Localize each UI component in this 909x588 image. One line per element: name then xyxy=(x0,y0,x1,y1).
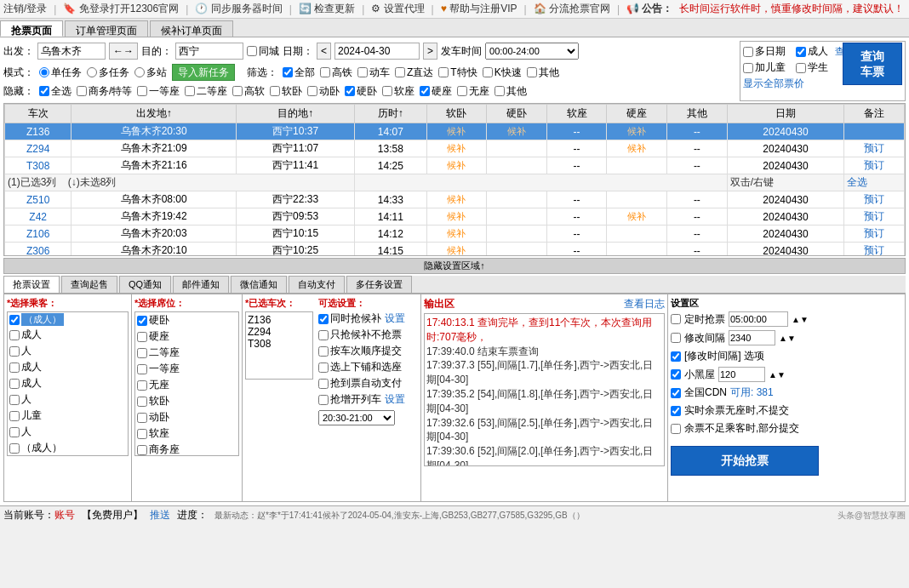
hide-2nd[interactable] xyxy=(185,86,195,96)
hide-1st[interactable] xyxy=(137,86,147,96)
list-item[interactable]: 无座 xyxy=(135,377,238,393)
hide-ruanwo[interactable] xyxy=(270,86,280,96)
list-item[interactable]: 软座 xyxy=(135,425,238,442)
interval-spinner[interactable]: ▲▼ xyxy=(779,334,796,343)
list-item[interactable]: 人 xyxy=(8,391,128,408)
filter-other[interactable] xyxy=(527,67,537,77)
passenger-check-0[interactable] xyxy=(9,315,20,325)
blacklist-value[interactable] xyxy=(718,367,765,382)
hide-yingzuo[interactable] xyxy=(420,86,430,96)
date-input[interactable] xyxy=(334,43,420,60)
seat-check-1[interactable] xyxy=(137,332,147,342)
push-link[interactable]: 推送 xyxy=(150,508,170,522)
seat-check-2[interactable] xyxy=(137,348,147,358)
blacklist-spinner[interactable]: ▲▼ xyxy=(769,370,786,380)
hide-vip[interactable] xyxy=(77,86,87,96)
swap-btn[interactable]: ←→ xyxy=(109,43,138,60)
depart-time-select[interactable]: 00:00-24:00 xyxy=(485,43,579,60)
hide-all[interactable] xyxy=(39,86,49,96)
opt-extra-train[interactable] xyxy=(318,395,329,405)
blacklist-check[interactable] xyxy=(671,369,681,380)
list-item[interactable]: 商务座 xyxy=(135,442,238,456)
passenger-check-5[interactable] xyxy=(9,395,20,405)
tab-wechat-notify[interactable]: 微信通知 xyxy=(231,276,287,293)
tab-email-notify[interactable]: 邮件通知 xyxy=(173,276,229,293)
prev-date-btn[interactable]: < xyxy=(317,43,331,60)
delay-close-check[interactable] xyxy=(671,351,681,362)
tab-qq-notify[interactable]: QQ通知 xyxy=(119,276,171,293)
passenger-check-1[interactable] xyxy=(9,330,20,340)
opt-auto-pay[interactable] xyxy=(318,379,329,389)
filter-t[interactable] xyxy=(438,67,449,77)
check-update[interactable]: 🔄 检查更新 xyxy=(299,2,355,16)
list-item[interactable]: 成人 xyxy=(8,359,128,375)
seat-check-5[interactable] xyxy=(137,397,147,407)
table-row[interactable]: Z106 乌鲁木齐20:03 西宁10:15 14:12 候补 -- -- 20… xyxy=(5,225,905,243)
list-item[interactable]: 二等座 xyxy=(135,345,238,361)
passenger-check-8[interactable] xyxy=(9,443,20,454)
mode-single[interactable] xyxy=(39,67,49,77)
mode-multi[interactable] xyxy=(87,67,97,77)
opt-only-waitlist[interactable] xyxy=(318,330,329,340)
show-all-prices[interactable]: 显示全部票价 xyxy=(743,77,804,91)
timed-snatch-spinner[interactable]: ▲▼ xyxy=(792,315,809,324)
adult-check[interactable] xyxy=(796,47,806,57)
cdn-check[interactable] xyxy=(671,388,681,398)
filter-k[interactable] xyxy=(483,67,493,77)
filter-dongche[interactable] xyxy=(357,67,368,77)
table-row[interactable]: T308 乌鲁木齐21:16 西宁11:41 14:25 候补 -- -- 20… xyxy=(5,157,905,174)
table-row[interactable]: Z510 乌鲁木齐08:00 西宁22:33 14:33 候补 -- -- 20… xyxy=(5,191,905,208)
train-link[interactable]: Z136 xyxy=(26,126,49,138)
seat-check-4[interactable] xyxy=(137,380,147,391)
list-item[interactable]: 硬座 xyxy=(135,328,238,345)
tab-snatch[interactable]: 抢票页面 xyxy=(0,20,63,37)
passenger-check-7[interactable] xyxy=(9,427,20,437)
query-btn[interactable]: 查询 车票 xyxy=(843,43,902,85)
list-item[interactable]: （成人） xyxy=(8,312,128,327)
to-input[interactable] xyxy=(175,43,243,60)
opt-order-submit[interactable] xyxy=(318,346,329,357)
add-child-check[interactable] xyxy=(743,63,753,73)
list-item[interactable]: 硬卧 xyxy=(135,312,238,328)
import-task-btn[interactable]: 导入新任务 xyxy=(172,64,235,81)
hide-yingwo[interactable] xyxy=(345,86,355,96)
passenger-check-6[interactable] xyxy=(9,411,20,421)
list-item[interactable]: 人 xyxy=(8,424,128,440)
no-seat-check[interactable] xyxy=(671,406,681,416)
from-input[interactable] xyxy=(37,43,106,60)
list-item[interactable]: 人 xyxy=(8,343,128,359)
tab-auto-pay[interactable]: 自动支付 xyxy=(289,276,345,293)
opt-berth-select[interactable] xyxy=(318,363,329,373)
proxy-settings[interactable]: ⚙ 设置代理 xyxy=(371,2,424,16)
tab-multi-task[interactable]: 多任务设置 xyxy=(346,276,412,293)
hide-ruanzuo[interactable] xyxy=(382,86,392,96)
timed-snatch-value[interactable] xyxy=(729,311,788,327)
same-city-check[interactable] xyxy=(247,46,257,56)
passenger-check-4[interactable] xyxy=(9,379,20,389)
hide-other2[interactable] xyxy=(495,86,505,96)
tab-snatch-settings[interactable]: 抢票设置 xyxy=(3,276,60,293)
table-row[interactable]: Z294 乌鲁木齐21:09 西宁11:07 13:58 候补 -- 候补 --… xyxy=(5,140,905,157)
time-range-select[interactable]: 20:30-21:00 xyxy=(318,410,395,425)
start-snatch-btn[interactable]: 开始抢票 xyxy=(671,446,819,476)
view-log-link[interactable]: 查看日志 xyxy=(624,297,665,311)
multi-date-check[interactable] xyxy=(743,47,753,57)
seat-check-3[interactable] xyxy=(137,364,147,374)
collapse-bar[interactable]: 隐藏设置区域↑ xyxy=(3,258,906,274)
list-item[interactable]: （成人） xyxy=(8,440,128,456)
tab-waitlist[interactable]: 候补订单页面 xyxy=(150,20,233,37)
seat-check-6[interactable] xyxy=(137,413,147,423)
train-link[interactable]: Z510 xyxy=(26,194,49,206)
list-item[interactable]: 动卧 xyxy=(135,409,238,425)
vip-help[interactable]: ♥ 帮助与注册VIP xyxy=(441,2,517,16)
table-row[interactable]: Z306 乌鲁木齐20:10 西宁10:25 14:15 候补 -- -- 20… xyxy=(5,243,905,257)
12306-link[interactable]: 🔖 免登录打开12306官网 xyxy=(63,2,179,16)
seat-check-7[interactable] xyxy=(137,429,147,439)
student-check[interactable] xyxy=(796,63,806,73)
passenger-check-2[interactable] xyxy=(9,346,20,357)
next-date-btn[interactable]: > xyxy=(423,43,437,60)
tab-query-sale[interactable]: 查询起售 xyxy=(61,276,117,293)
seat-check-0[interactable] xyxy=(137,316,147,326)
table-row[interactable]: Z42 乌鲁木齐19:42 西宁09:53 14:11 候补 -- 候补 -- … xyxy=(5,208,905,225)
list-item[interactable]: 儿童 xyxy=(8,408,128,424)
